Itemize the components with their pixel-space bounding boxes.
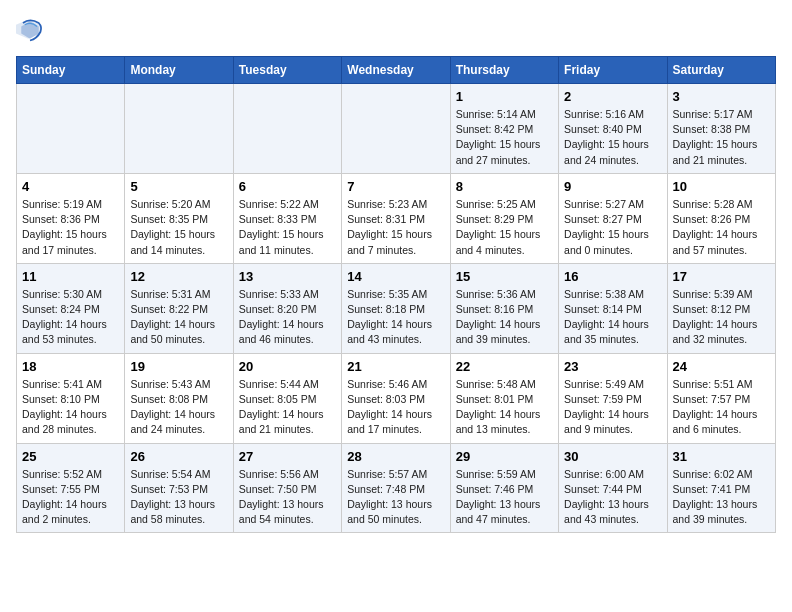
day-info: Sunrise: 5:28 AM Sunset: 8:26 PM Dayligh… <box>673 197 770 258</box>
header-row: SundayMondayTuesdayWednesdayThursdayFrid… <box>17 57 776 84</box>
day-cell: 30Sunrise: 6:00 AM Sunset: 7:44 PM Dayli… <box>559 443 667 533</box>
day-info: Sunrise: 5:51 AM Sunset: 7:57 PM Dayligh… <box>673 377 770 438</box>
day-number: 2 <box>564 89 661 104</box>
day-cell: 18Sunrise: 5:41 AM Sunset: 8:10 PM Dayli… <box>17 353 125 443</box>
day-info: Sunrise: 5:35 AM Sunset: 8:18 PM Dayligh… <box>347 287 444 348</box>
day-cell: 9Sunrise: 5:27 AM Sunset: 8:27 PM Daylig… <box>559 173 667 263</box>
day-info: Sunrise: 5:39 AM Sunset: 8:12 PM Dayligh… <box>673 287 770 348</box>
day-number: 26 <box>130 449 227 464</box>
day-number: 12 <box>130 269 227 284</box>
day-cell: 8Sunrise: 5:25 AM Sunset: 8:29 PM Daylig… <box>450 173 558 263</box>
page-header <box>16 16 776 44</box>
week-row-4: 18Sunrise: 5:41 AM Sunset: 8:10 PM Dayli… <box>17 353 776 443</box>
day-number: 17 <box>673 269 770 284</box>
day-cell <box>125 84 233 174</box>
calendar-body: 1Sunrise: 5:14 AM Sunset: 8:42 PM Daylig… <box>17 84 776 533</box>
day-info: Sunrise: 5:16 AM Sunset: 8:40 PM Dayligh… <box>564 107 661 168</box>
week-row-3: 11Sunrise: 5:30 AM Sunset: 8:24 PM Dayli… <box>17 263 776 353</box>
day-number: 31 <box>673 449 770 464</box>
day-cell: 21Sunrise: 5:46 AM Sunset: 8:03 PM Dayli… <box>342 353 450 443</box>
day-number: 11 <box>22 269 119 284</box>
day-number: 13 <box>239 269 336 284</box>
day-cell: 1Sunrise: 5:14 AM Sunset: 8:42 PM Daylig… <box>450 84 558 174</box>
day-cell: 19Sunrise: 5:43 AM Sunset: 8:08 PM Dayli… <box>125 353 233 443</box>
day-number: 25 <box>22 449 119 464</box>
day-cell: 16Sunrise: 5:38 AM Sunset: 8:14 PM Dayli… <box>559 263 667 353</box>
day-cell: 24Sunrise: 5:51 AM Sunset: 7:57 PM Dayli… <box>667 353 775 443</box>
day-number: 21 <box>347 359 444 374</box>
day-info: Sunrise: 5:31 AM Sunset: 8:22 PM Dayligh… <box>130 287 227 348</box>
day-cell: 12Sunrise: 5:31 AM Sunset: 8:22 PM Dayli… <box>125 263 233 353</box>
day-cell: 4Sunrise: 5:19 AM Sunset: 8:36 PM Daylig… <box>17 173 125 263</box>
day-info: Sunrise: 5:48 AM Sunset: 8:01 PM Dayligh… <box>456 377 553 438</box>
day-info: Sunrise: 5:44 AM Sunset: 8:05 PM Dayligh… <box>239 377 336 438</box>
calendar-header: SundayMondayTuesdayWednesdayThursdayFrid… <box>17 57 776 84</box>
day-info: Sunrise: 5:57 AM Sunset: 7:48 PM Dayligh… <box>347 467 444 528</box>
day-cell: 29Sunrise: 5:59 AM Sunset: 7:46 PM Dayli… <box>450 443 558 533</box>
day-info: Sunrise: 5:33 AM Sunset: 8:20 PM Dayligh… <box>239 287 336 348</box>
day-number: 23 <box>564 359 661 374</box>
day-cell: 22Sunrise: 5:48 AM Sunset: 8:01 PM Dayli… <box>450 353 558 443</box>
day-number: 20 <box>239 359 336 374</box>
day-number: 22 <box>456 359 553 374</box>
day-info: Sunrise: 5:27 AM Sunset: 8:27 PM Dayligh… <box>564 197 661 258</box>
day-cell <box>342 84 450 174</box>
day-cell: 28Sunrise: 5:57 AM Sunset: 7:48 PM Dayli… <box>342 443 450 533</box>
day-cell: 31Sunrise: 6:02 AM Sunset: 7:41 PM Dayli… <box>667 443 775 533</box>
day-info: Sunrise: 5:19 AM Sunset: 8:36 PM Dayligh… <box>22 197 119 258</box>
day-info: Sunrise: 5:54 AM Sunset: 7:53 PM Dayligh… <box>130 467 227 528</box>
day-number: 14 <box>347 269 444 284</box>
day-cell: 11Sunrise: 5:30 AM Sunset: 8:24 PM Dayli… <box>17 263 125 353</box>
day-number: 27 <box>239 449 336 464</box>
day-info: Sunrise: 5:20 AM Sunset: 8:35 PM Dayligh… <box>130 197 227 258</box>
day-cell: 26Sunrise: 5:54 AM Sunset: 7:53 PM Dayli… <box>125 443 233 533</box>
day-cell: 17Sunrise: 5:39 AM Sunset: 8:12 PM Dayli… <box>667 263 775 353</box>
header-cell-thursday: Thursday <box>450 57 558 84</box>
day-cell: 14Sunrise: 5:35 AM Sunset: 8:18 PM Dayli… <box>342 263 450 353</box>
week-row-2: 4Sunrise: 5:19 AM Sunset: 8:36 PM Daylig… <box>17 173 776 263</box>
day-info: Sunrise: 5:14 AM Sunset: 8:42 PM Dayligh… <box>456 107 553 168</box>
day-number: 8 <box>456 179 553 194</box>
day-info: Sunrise: 5:36 AM Sunset: 8:16 PM Dayligh… <box>456 287 553 348</box>
day-number: 15 <box>456 269 553 284</box>
day-info: Sunrise: 6:02 AM Sunset: 7:41 PM Dayligh… <box>673 467 770 528</box>
day-number: 28 <box>347 449 444 464</box>
day-info: Sunrise: 5:56 AM Sunset: 7:50 PM Dayligh… <box>239 467 336 528</box>
day-number: 30 <box>564 449 661 464</box>
day-info: Sunrise: 5:49 AM Sunset: 7:59 PM Dayligh… <box>564 377 661 438</box>
day-info: Sunrise: 6:00 AM Sunset: 7:44 PM Dayligh… <box>564 467 661 528</box>
day-cell: 6Sunrise: 5:22 AM Sunset: 8:33 PM Daylig… <box>233 173 341 263</box>
day-info: Sunrise: 5:25 AM Sunset: 8:29 PM Dayligh… <box>456 197 553 258</box>
day-info: Sunrise: 5:41 AM Sunset: 8:10 PM Dayligh… <box>22 377 119 438</box>
day-cell <box>233 84 341 174</box>
day-number: 3 <box>673 89 770 104</box>
header-cell-friday: Friday <box>559 57 667 84</box>
day-number: 29 <box>456 449 553 464</box>
header-cell-monday: Monday <box>125 57 233 84</box>
day-info: Sunrise: 5:38 AM Sunset: 8:14 PM Dayligh… <box>564 287 661 348</box>
day-cell: 13Sunrise: 5:33 AM Sunset: 8:20 PM Dayli… <box>233 263 341 353</box>
day-cell: 10Sunrise: 5:28 AM Sunset: 8:26 PM Dayli… <box>667 173 775 263</box>
day-number: 7 <box>347 179 444 194</box>
day-info: Sunrise: 5:22 AM Sunset: 8:33 PM Dayligh… <box>239 197 336 258</box>
day-info: Sunrise: 5:46 AM Sunset: 8:03 PM Dayligh… <box>347 377 444 438</box>
day-cell: 15Sunrise: 5:36 AM Sunset: 8:16 PM Dayli… <box>450 263 558 353</box>
day-info: Sunrise: 5:17 AM Sunset: 8:38 PM Dayligh… <box>673 107 770 168</box>
day-number: 10 <box>673 179 770 194</box>
day-number: 16 <box>564 269 661 284</box>
day-cell: 27Sunrise: 5:56 AM Sunset: 7:50 PM Dayli… <box>233 443 341 533</box>
header-cell-tuesday: Tuesday <box>233 57 341 84</box>
day-info: Sunrise: 5:30 AM Sunset: 8:24 PM Dayligh… <box>22 287 119 348</box>
calendar-table: SundayMondayTuesdayWednesdayThursdayFrid… <box>16 56 776 533</box>
logo-icon <box>16 16 44 44</box>
day-cell: 23Sunrise: 5:49 AM Sunset: 7:59 PM Dayli… <box>559 353 667 443</box>
week-row-1: 1Sunrise: 5:14 AM Sunset: 8:42 PM Daylig… <box>17 84 776 174</box>
header-cell-wednesday: Wednesday <box>342 57 450 84</box>
day-cell <box>17 84 125 174</box>
day-number: 4 <box>22 179 119 194</box>
header-cell-sunday: Sunday <box>17 57 125 84</box>
day-info: Sunrise: 5:52 AM Sunset: 7:55 PM Dayligh… <box>22 467 119 528</box>
day-number: 9 <box>564 179 661 194</box>
day-cell: 20Sunrise: 5:44 AM Sunset: 8:05 PM Dayli… <box>233 353 341 443</box>
day-number: 19 <box>130 359 227 374</box>
